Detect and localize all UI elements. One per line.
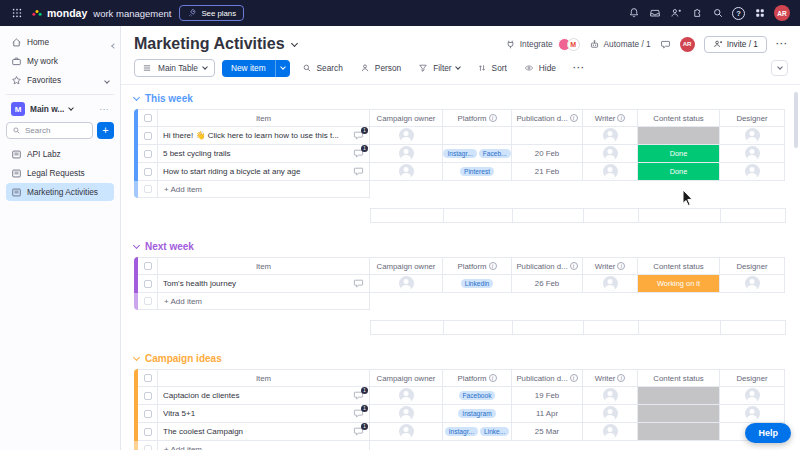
- conversation-icon[interactable]: 1: [353, 408, 364, 419]
- toolbar-more-icon[interactable]: ···: [568, 61, 590, 76]
- column-header-designer[interactable]: Designer: [720, 257, 785, 275]
- sidebar-search-input[interactable]: Search: [6, 122, 93, 139]
- invite-members-icon[interactable]: [669, 7, 682, 20]
- campaign-owner-cell[interactable]: [370, 127, 443, 145]
- column-header-publication-d[interactable]: Publication d...i: [512, 109, 583, 127]
- row-checkbox[interactable]: [144, 132, 152, 140]
- add-item-row[interactable]: + Add item: [134, 293, 370, 310]
- publication-date-cell[interactable]: 26 Feb: [512, 275, 583, 293]
- help-button[interactable]: Help: [745, 423, 791, 443]
- search-icon[interactable]: [711, 7, 724, 20]
- publication-date-cell[interactable]: 25 Mar: [512, 423, 583, 441]
- conversation-icon[interactable]: [353, 166, 364, 177]
- sidebar-item-home[interactable]: Home: [6, 33, 114, 51]
- group-title[interactable]: This week: [145, 93, 193, 104]
- sidebar-add-button[interactable]: +: [97, 122, 114, 139]
- campaign-owner-cell[interactable]: [370, 275, 443, 293]
- publication-date-cell[interactable]: 21 Feb: [512, 163, 583, 181]
- item-cell[interactable]: The coolest Campaign1: [158, 423, 370, 441]
- publication-date-cell[interactable]: 20 Feb: [512, 145, 583, 163]
- row-checkbox[interactable]: [144, 392, 152, 400]
- group-title[interactable]: Next week: [145, 241, 194, 252]
- help-question-icon[interactable]: ?: [732, 7, 745, 20]
- sidebar-board-legal-requests[interactable]: Legal Requests: [6, 164, 114, 182]
- writer-cell[interactable]: [583, 127, 638, 145]
- group-title[interactable]: Campaign ideas: [145, 353, 222, 364]
- writer-cell[interactable]: [583, 275, 638, 293]
- conversation-icon[interactable]: [353, 278, 364, 289]
- designer-cell[interactable]: [720, 387, 785, 405]
- campaign-owner-cell[interactable]: [370, 387, 443, 405]
- column-header-item[interactable]: Item: [158, 257, 370, 275]
- writer-cell[interactable]: [583, 423, 638, 441]
- collapse-sidebar-icon[interactable]: [112, 34, 116, 52]
- publication-date-cell[interactable]: 11 Apr: [512, 405, 583, 423]
- content-status-cell[interactable]: Done: [638, 145, 720, 163]
- column-header-writer[interactable]: Writeri: [583, 257, 638, 275]
- workspace-selector[interactable]: M Main w... ···: [6, 100, 114, 118]
- campaign-owner-cell[interactable]: [370, 405, 443, 423]
- sort-button[interactable]: Sort: [472, 60, 512, 76]
- item-cell[interactable]: How to start riding a bicycle at any age: [158, 163, 370, 181]
- select-all-checkbox[interactable]: [144, 262, 152, 270]
- row-checkbox[interactable]: [144, 410, 152, 418]
- writer-cell[interactable]: [583, 145, 638, 163]
- invite-button[interactable]: Invite / 1: [704, 36, 767, 53]
- conversation-icon[interactable]: 1: [353, 426, 364, 437]
- search-button[interactable]: Search: [297, 60, 348, 76]
- notifications-bell-icon[interactable]: [627, 7, 640, 20]
- column-header-platform[interactable]: Platformi: [443, 109, 512, 127]
- column-header-item[interactable]: Item: [158, 109, 370, 127]
- select-all-checkbox[interactable]: [144, 114, 152, 122]
- campaign-owner-cell[interactable]: [370, 145, 443, 163]
- publication-date-cell[interactable]: [512, 127, 583, 145]
- column-header-content-status[interactable]: Content status: [638, 257, 720, 275]
- content-status-cell[interactable]: [638, 387, 720, 405]
- platform-cell[interactable]: Facebook: [443, 387, 512, 405]
- column-header-writer[interactable]: Writeri: [583, 369, 638, 387]
- group-collapse-icon[interactable]: [133, 94, 140, 101]
- item-cell[interactable]: Hi there! 👋 Click here to learn how to u…: [158, 127, 370, 145]
- add-item-row[interactable]: + Add item: [134, 181, 370, 198]
- monday-logo[interactable]: monday work management: [31, 7, 171, 19]
- column-header-campaign-owner[interactable]: Campaign owner: [370, 369, 443, 387]
- conversation-icon[interactable]: 1: [353, 148, 364, 159]
- platform-cell[interactable]: [443, 127, 512, 145]
- content-status-cell[interactable]: [638, 405, 720, 423]
- content-status-cell[interactable]: [638, 423, 720, 441]
- sidebar-item-favorites[interactable]: Favorites: [6, 71, 114, 89]
- column-header-designer[interactable]: Designer: [720, 369, 785, 387]
- sidebar-board-api-labz[interactable]: API Labz: [6, 145, 114, 163]
- collapse-header-button[interactable]: [771, 60, 788, 76]
- campaign-owner-cell[interactable]: [370, 423, 443, 441]
- content-status-cell[interactable]: Done: [638, 163, 720, 181]
- filter-button[interactable]: Filter: [413, 60, 464, 76]
- board-chat-icon[interactable]: [660, 39, 671, 50]
- platform-cell[interactable]: Instagr...Faceb...: [443, 145, 512, 163]
- column-header-campaign-owner[interactable]: Campaign owner: [370, 109, 443, 127]
- apps-grid-icon[interactable]: [10, 7, 23, 20]
- column-header-platform[interactable]: Platformi: [443, 369, 512, 387]
- person-filter-button[interactable]: Person: [355, 60, 406, 76]
- group-collapse-icon[interactable]: [133, 354, 140, 361]
- content-status-cell[interactable]: [638, 127, 720, 145]
- row-checkbox[interactable]: [144, 280, 152, 288]
- conversation-icon[interactable]: 1: [353, 130, 364, 141]
- designer-cell[interactable]: [720, 145, 785, 163]
- conversation-icon[interactable]: 1: [353, 390, 364, 401]
- sidebar-board-marketing-activities[interactable]: Marketing Activities: [6, 183, 114, 201]
- platform-cell[interactable]: Linkedin: [443, 275, 512, 293]
- platform-cell[interactable]: Instagram: [443, 405, 512, 423]
- column-header-designer[interactable]: Designer: [720, 109, 785, 127]
- row-checkbox[interactable]: [144, 168, 152, 176]
- platform-cell[interactable]: Instagr...Linke...: [443, 423, 512, 441]
- select-all-checkbox[interactable]: [144, 374, 152, 382]
- new-item-button[interactable]: New item: [222, 60, 275, 77]
- new-item-dropdown[interactable]: [275, 60, 290, 77]
- board-member-avatar[interactable]: AR: [680, 37, 695, 52]
- item-cell[interactable]: Tom's health journey: [158, 275, 370, 293]
- view-selector[interactable]: Main Table: [134, 59, 215, 77]
- user-avatar[interactable]: AR: [774, 5, 790, 21]
- column-header-content-status[interactable]: Content status: [638, 109, 720, 127]
- board-title-chevron-icon[interactable]: [291, 39, 298, 46]
